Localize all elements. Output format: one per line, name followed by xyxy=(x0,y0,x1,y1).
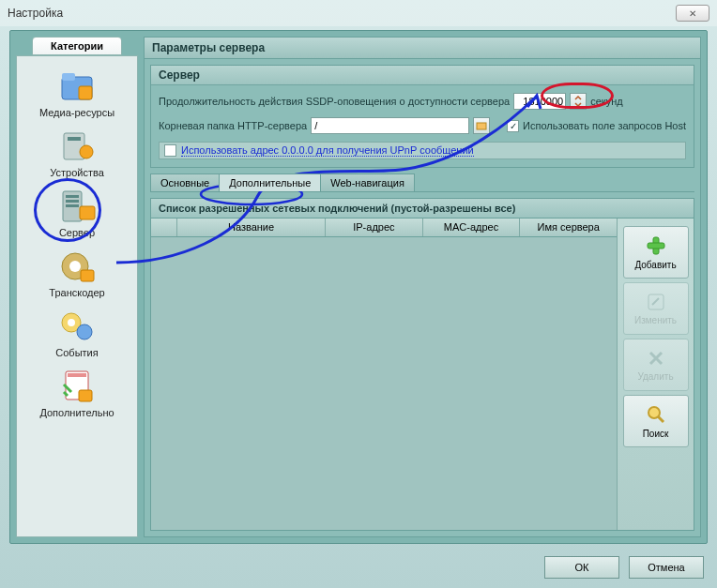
sidebar-item-label: Сервер xyxy=(59,227,95,238)
upnp-checkbox[interactable] xyxy=(164,144,176,157)
ssdp-row: Продолжительность действия SSDP-оповещен… xyxy=(159,93,686,110)
sidebar-body: Медиа-ресурсы Устройства Сервер xyxy=(16,55,138,537)
column-headers: Название IP-адрес MAC-адрес Имя сервера xyxy=(151,219,617,237)
panel-title: Параметры сервера xyxy=(145,38,700,59)
add-button[interactable]: Добавить xyxy=(623,226,689,279)
svg-rect-8 xyxy=(66,200,79,203)
upnp-row: Использовать адрес 0.0.0.0 для получения… xyxy=(159,142,686,159)
close-icon: ✕ xyxy=(689,8,696,19)
svg-rect-18 xyxy=(79,390,92,401)
delete-icon xyxy=(646,348,666,369)
devices-icon xyxy=(57,128,97,165)
delete-label: Удалить xyxy=(637,371,673,382)
search-label: Поиск xyxy=(643,429,669,439)
tab-basic[interactable]: Основные xyxy=(150,173,220,191)
svg-point-12 xyxy=(69,261,81,272)
svg-rect-10 xyxy=(80,206,95,219)
add-label: Добавить xyxy=(634,260,676,270)
sidebar-item-advanced[interactable]: Дополнительно xyxy=(19,364,135,420)
close-button[interactable]: ✕ xyxy=(676,5,709,22)
col-server[interactable]: Имя сервера xyxy=(520,219,617,236)
sidebar-item-server[interactable]: Сервер xyxy=(19,184,135,240)
svg-rect-21 xyxy=(648,243,664,249)
col-ip[interactable]: IP-адрес xyxy=(326,219,423,236)
svg-rect-1 xyxy=(62,73,75,81)
ssdp-value-input[interactable] xyxy=(513,93,566,110)
root-folder-row: Корневая папка HTTP-сервера ✓ Использова… xyxy=(159,117,686,134)
browse-button[interactable] xyxy=(473,117,490,134)
window-title: Настройка xyxy=(8,7,63,20)
cancel-button[interactable]: Отмена xyxy=(629,556,704,579)
titlebar: Настройка ✕ xyxy=(0,0,717,26)
tab-web-navigation[interactable]: Web-навигация xyxy=(320,173,415,191)
root-label: Корневая папка HTTP-сервера xyxy=(159,120,307,131)
sidebar-item-devices[interactable]: Устройства xyxy=(19,124,135,180)
host-checkbox-label: Использовать поле запросов Host xyxy=(523,120,686,131)
host-checkbox[interactable]: ✓ xyxy=(507,120,519,132)
tab-strip: Основные Дополнительные Web-навигация xyxy=(150,173,694,192)
search-button[interactable]: Поиск xyxy=(623,395,689,447)
connections-table: Название IP-адрес MAC-адрес Имя сервера … xyxy=(150,219,694,531)
server-icon xyxy=(57,188,97,225)
edit-button[interactable]: Изменить xyxy=(623,282,689,335)
outer-panel: Категории Медиа-ресурсы Устройства xyxy=(9,30,708,544)
root-folder-input[interactable] xyxy=(311,117,469,134)
ssdp-label: Продолжительность действия SSDP-оповещен… xyxy=(159,96,510,107)
transcoder-icon xyxy=(57,248,97,285)
delete-button[interactable]: Удалить xyxy=(623,339,689,391)
sidebar-item-label: События xyxy=(55,347,98,358)
upnp-checkbox-label: Использовать адрес 0.0.0.0 для получения… xyxy=(181,144,474,157)
edit-icon xyxy=(646,292,666,312)
sidebar-item-media[interactable]: Медиа-ресурсы xyxy=(19,64,135,120)
connections-title: Список разрешенных сетевых подключений (… xyxy=(150,198,694,219)
sidebar: Категории Медиа-ресурсы Устройства xyxy=(16,37,138,537)
side-actions: Добавить Изменить Удалить Поиск xyxy=(617,219,694,530)
svg-rect-19 xyxy=(477,123,486,129)
col-checkbox[interactable] xyxy=(151,219,177,236)
edit-label: Изменить xyxy=(634,315,677,325)
ssdp-unit: секунд xyxy=(590,96,623,107)
server-group-title: Сервер xyxy=(151,66,694,85)
svg-point-15 xyxy=(68,319,75,326)
events-icon xyxy=(57,308,97,345)
sidebar-item-label: Медиа-ресурсы xyxy=(39,107,114,118)
sidebar-item-label: Дополнительно xyxy=(39,407,114,418)
svg-rect-7 xyxy=(66,195,79,198)
sidebar-tab[interactable]: Категории xyxy=(32,37,122,55)
svg-point-16 xyxy=(77,324,92,339)
advanced-icon xyxy=(57,368,97,405)
folder-media-icon xyxy=(57,68,97,105)
svg-rect-2 xyxy=(79,86,92,99)
svg-point-5 xyxy=(80,145,93,158)
search-icon xyxy=(645,403,667,426)
dialog-buttons: ОК Отмена xyxy=(544,556,704,579)
ssdp-spinner[interactable] xyxy=(570,93,587,110)
table-main: Название IP-адрес MAC-адрес Имя сервера xyxy=(151,219,617,530)
sidebar-item-label: Транскодер xyxy=(49,287,104,298)
sidebar-item-label: Устройства xyxy=(50,167,104,178)
server-group: Сервер Продолжительность действия SSDP-о… xyxy=(150,65,694,168)
sidebar-item-events[interactable]: События xyxy=(19,304,135,360)
svg-rect-4 xyxy=(68,137,81,141)
ok-button[interactable]: ОК xyxy=(544,556,619,579)
svg-rect-13 xyxy=(81,270,94,281)
table-rows-empty xyxy=(151,237,617,530)
plus-icon xyxy=(645,234,667,257)
col-mac[interactable]: MAC-адрес xyxy=(423,219,521,236)
col-name[interactable]: Название xyxy=(177,219,326,236)
svg-rect-9 xyxy=(66,204,79,207)
tab-advanced[interactable]: Дополнительные xyxy=(219,173,321,191)
main-panel: Параметры сервера Сервер Продолжительнос… xyxy=(144,37,701,537)
sidebar-item-transcoder[interactable]: Транскодер xyxy=(19,244,135,300)
